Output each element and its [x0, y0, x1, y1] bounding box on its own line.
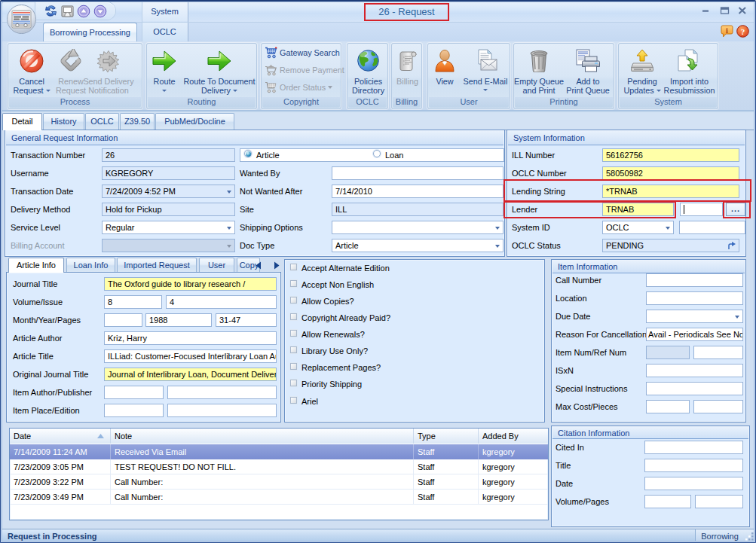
svg-text:?: ? [741, 27, 745, 36]
svg-text:i: i [726, 26, 728, 35]
